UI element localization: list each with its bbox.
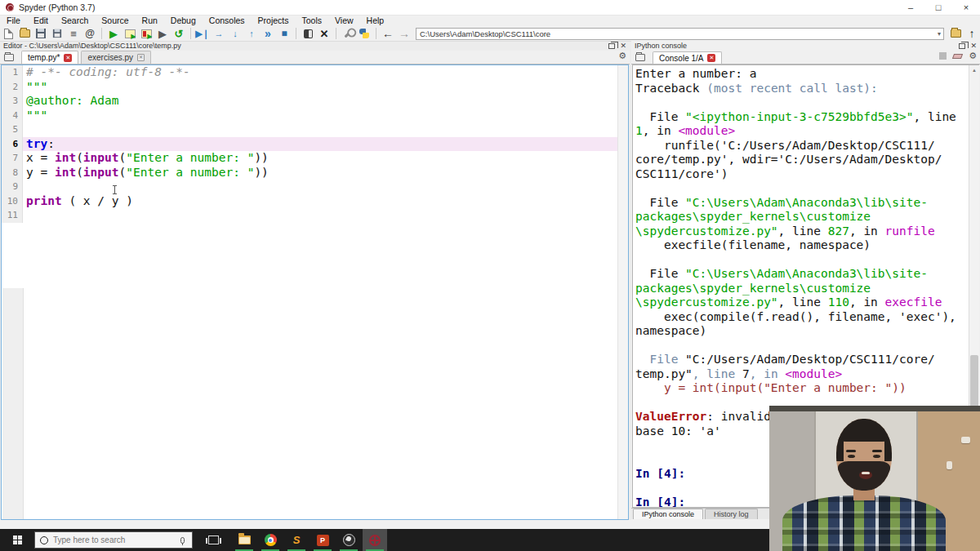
menu-item-search[interactable]: Search xyxy=(55,16,95,26)
tab-ipython-console[interactable]: IPython console xyxy=(633,509,703,519)
console-pane-title: IPython console xyxy=(631,42,687,50)
minimize-button[interactable]: – xyxy=(897,0,924,15)
console-token: <module> xyxy=(678,124,735,137)
chrome-button[interactable] xyxy=(258,529,283,551)
code-token: )) xyxy=(254,166,268,179)
code-token: print xyxy=(26,194,62,207)
editor-scrollbar[interactable] xyxy=(617,65,628,519)
undock-pane-icon[interactable] xyxy=(608,43,615,49)
scroll-up-arrow-icon[interactable]: ▲ xyxy=(969,65,979,75)
new-file-button[interactable] xyxy=(0,27,16,41)
working-directory-input[interactable] xyxy=(416,29,938,38)
console-token: runfile('C:/Users/Adam/Desktop/CSC111/ xyxy=(635,139,935,152)
pythonpath-button[interactable] xyxy=(356,27,372,41)
console-token: , in xyxy=(643,124,679,137)
tab-label: temp.py* xyxy=(28,53,60,62)
console-token: namespace) xyxy=(635,324,706,337)
open-file-button[interactable] xyxy=(16,27,33,41)
menu-item-view[interactable]: View xyxy=(328,16,360,26)
obs-button[interactable] xyxy=(336,529,361,551)
hair-side xyxy=(836,437,844,461)
code-token: "Enter a number: " xyxy=(126,151,254,164)
microphone-icon[interactable] xyxy=(180,537,185,544)
close-tab-icon[interactable]: ✕ xyxy=(64,54,72,62)
step-into-button[interactable]: ↓ xyxy=(227,27,243,41)
tab-history-log[interactable]: History log xyxy=(705,509,758,519)
run-selection-button[interactable]: ▶ xyxy=(154,27,171,41)
console-token: In [4]: xyxy=(635,467,685,480)
browse-folder-icon xyxy=(951,29,961,38)
search-input[interactable] xyxy=(53,535,180,544)
forward-button[interactable]: → xyxy=(396,27,412,41)
line-number: 9 xyxy=(2,180,23,194)
eyebrow xyxy=(872,450,882,452)
maximize-button[interactable]: □ xyxy=(924,0,952,15)
save-button[interactable] xyxy=(33,27,49,41)
back-button[interactable]: ← xyxy=(380,27,396,41)
browse-directory-button[interactable] xyxy=(947,27,964,41)
browse-tabs-icon[interactable] xyxy=(635,54,645,61)
console-options-gear-icon[interactable]: ⚙ xyxy=(969,51,977,61)
step-out-button[interactable]: ↑ xyxy=(243,27,260,41)
line-number: 6 xyxy=(2,137,23,152)
code-token: # -*- coding: utf-8 -*- xyxy=(26,65,190,78)
save-all-icon xyxy=(53,29,61,38)
find-symbols-button[interactable]: @ xyxy=(82,27,98,41)
console-pane-header: IPython console ✕ xyxy=(631,41,980,51)
taskbar-search[interactable] xyxy=(34,531,193,549)
menu-item-edit[interactable]: Edit xyxy=(27,16,55,26)
tab-console-1a[interactable]: Console 1/A ✕ xyxy=(653,51,722,64)
preferences-button[interactable] xyxy=(340,27,356,41)
chevron-down-icon[interactable]: ▾ xyxy=(938,30,943,38)
close-pane-icon[interactable]: ✕ xyxy=(620,42,626,49)
teeth xyxy=(862,472,870,474)
fullscreen-button[interactable]: ✕ xyxy=(316,27,332,41)
file-explorer-button[interactable] xyxy=(232,529,256,551)
hair xyxy=(836,419,892,442)
console-line: namespace) xyxy=(635,324,978,339)
save-all-button[interactable] xyxy=(49,27,65,41)
code-editor[interactable]: 1# -*- coding: utf-8 -*-2"""3@author: Ad… xyxy=(1,64,629,520)
snagit-button[interactable]: S xyxy=(284,529,309,551)
rerun-cell-button[interactable]: ↺ xyxy=(171,27,187,41)
continue-button[interactable]: » xyxy=(260,27,276,41)
stop-debug-button[interactable]: ■ xyxy=(276,27,292,41)
close-tab-icon[interactable]: ✕ xyxy=(137,54,145,61)
debug-button[interactable]: ▶❘ xyxy=(194,27,211,41)
menu-item-consoles[interactable]: Consoles xyxy=(203,16,252,26)
menu-item-projects[interactable]: Projects xyxy=(252,16,296,26)
menu-item-source[interactable]: Source xyxy=(95,16,135,26)
parent-directory-button[interactable]: ↑ xyxy=(964,27,980,41)
code-token: input xyxy=(83,151,119,164)
console-token: , line xyxy=(778,224,828,238)
close-tab-icon[interactable]: ✕ xyxy=(707,54,715,62)
code-token: """ xyxy=(26,80,47,93)
clear-console-icon[interactable] xyxy=(952,54,963,59)
task-view-button[interactable] xyxy=(201,529,225,551)
tab-exercises-py[interactable]: exercises.py ✕ xyxy=(81,51,151,64)
run-cell-button[interactable] xyxy=(122,27,138,41)
wrench-icon xyxy=(344,29,352,38)
menu-item-run[interactable]: Run xyxy=(136,16,164,26)
maximize-pane-button[interactable] xyxy=(300,27,316,41)
run-cell-advance-button[interactable] xyxy=(138,27,154,41)
close-pane-icon[interactable]: ✕ xyxy=(970,42,977,49)
menu-item-debug[interactable]: Debug xyxy=(164,16,203,26)
console-token: \spydercustomize.py" xyxy=(635,295,778,309)
menu-item-help[interactable]: Help xyxy=(360,16,391,26)
browse-tabs-icon[interactable] xyxy=(4,54,14,61)
powerpoint-button[interactable]: P xyxy=(310,529,335,551)
file-switcher-button[interactable]: ≡ xyxy=(65,27,82,41)
step-button[interactable]: → xyxy=(211,27,227,41)
menu-item-file[interactable]: File xyxy=(0,16,27,26)
editor-options-gear-icon[interactable]: ⚙ xyxy=(618,51,626,61)
start-button[interactable] xyxy=(0,529,34,551)
menu-item-tools[interactable]: Tools xyxy=(296,16,329,26)
run-button[interactable]: ▶ xyxy=(105,27,122,41)
interrupt-kernel-icon[interactable] xyxy=(939,52,947,60)
tab-temp-py[interactable]: temp.py* ✕ xyxy=(21,51,78,64)
spyder-taskbar-button[interactable] xyxy=(363,529,387,551)
console-token: exec(compile(f.read(), filename, 'exec')… xyxy=(635,310,956,323)
close-button[interactable]: × xyxy=(952,0,980,15)
undock-pane-icon[interactable] xyxy=(959,43,965,49)
